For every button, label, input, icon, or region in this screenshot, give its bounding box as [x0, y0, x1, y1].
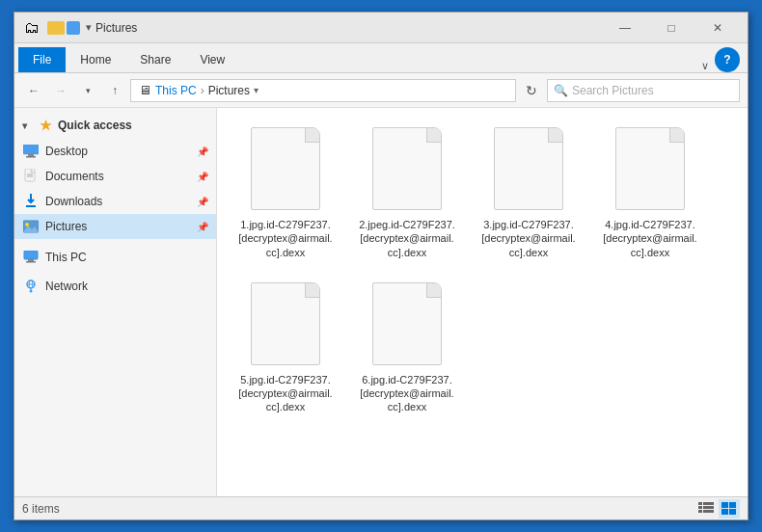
- sidebar-section-this-pc: This PC: [14, 245, 216, 270]
- quick-access-label: Quick access: [58, 119, 132, 132]
- undo-button[interactable]: [67, 21, 80, 35]
- file-page: [372, 282, 442, 365]
- documents-icon: [22, 168, 40, 185]
- file-page: [251, 127, 320, 210]
- window-controls: — □ ✕: [603, 13, 740, 43]
- close-button[interactable]: ✕: [695, 13, 740, 43]
- search-icon: 🔍: [554, 84, 568, 97]
- this-pc-icon: [22, 249, 40, 266]
- minimize-button[interactable]: —: [603, 13, 647, 43]
- svg-rect-25: [729, 502, 736, 508]
- file-name: 5.jpg.id-C279F237.[decryptex@airmail.cc]…: [236, 373, 335, 414]
- address-path[interactable]: 🖥 This PC › Pictures ▾: [130, 79, 516, 102]
- item-count: 6 items: [22, 502, 60, 516]
- svg-rect-27: [729, 509, 736, 515]
- desktop-icon: [22, 143, 40, 160]
- network-icon: [22, 278, 40, 295]
- file-name: 3.jpg.id-C279F237.[decryptex@airmail.cc]…: [479, 218, 578, 259]
- file-icon: [247, 282, 324, 369]
- path-this-pc: This PC: [155, 84, 197, 97]
- file-page: [615, 127, 685, 210]
- collapse-arrow-icon: ▾: [22, 120, 36, 131]
- file-item-file6[interactable]: 6.jpg.id-C279F237.[decryptex@airmail.cc]…: [354, 279, 460, 418]
- pin-icon-dl: 📌: [197, 197, 208, 207]
- file-item-file5[interactable]: 5.jpg.id-C279F237.[decryptex@airmail.cc]…: [232, 279, 339, 418]
- refresh-button[interactable]: ↻: [520, 79, 543, 102]
- forward-button[interactable]: →: [49, 79, 72, 102]
- sidebar-item-network[interactable]: Network: [14, 274, 216, 299]
- pin-icon-docs: 📌: [197, 172, 208, 182]
- svg-rect-19: [703, 502, 714, 505]
- tab-share[interactable]: Share: [125, 47, 185, 72]
- dropdown-arrow-icon[interactable]: ▾: [86, 21, 92, 34]
- svg-rect-21: [703, 506, 714, 509]
- file-grid: 1.jpg.id-C279F237.[decryptex@airmail.cc]…: [232, 123, 732, 418]
- file-icon: [368, 127, 446, 214]
- svg-rect-24: [721, 502, 728, 508]
- sidebar: ▾ ★ Quick access Desktop 📌: [14, 108, 217, 496]
- sidebar-item-desktop[interactable]: Desktop 📌: [14, 139, 216, 164]
- maximize-button[interactable]: □: [649, 13, 694, 43]
- ribbon-expand-button[interactable]: ∨: [695, 60, 715, 72]
- sidebar-section-quick-access: ▾ ★ Quick access Desktop 📌: [14, 112, 216, 239]
- dropdown-nav-button[interactable]: ▾: [76, 79, 99, 102]
- sidebar-item-documents[interactable]: Documents 📌: [14, 164, 216, 189]
- list-view-button[interactable]: [695, 499, 717, 519]
- file-area: 1.jpg.id-C279F237.[decryptex@airmail.cc]…: [217, 108, 748, 496]
- sidebar-pictures-label: Pictures: [45, 220, 197, 233]
- svg-rect-1: [28, 154, 34, 156]
- quick-access-toolbar: ▾: [47, 21, 92, 35]
- title-bar: 🗂 ▾ Pictures — □ ✕: [14, 13, 748, 43]
- ribbon: File Home Share View ∨ ?: [14, 43, 748, 73]
- file-name: 6.jpg.id-C279F237.[decryptex@airmail.cc]…: [358, 373, 456, 414]
- pin-icon: 📌: [197, 146, 208, 157]
- address-bar: ← → ▾ ↑ 🖥 This PC › Pictures ▾ ↻ 🔍 Searc…: [14, 73, 748, 108]
- window-icon: 🗂: [22, 18, 41, 38]
- file-item-file3[interactable]: 3.jpg.id-C279F237.[decryptex@airmail.cc]…: [476, 123, 582, 263]
- downloads-icon: [22, 193, 40, 210]
- file-page: [372, 127, 442, 210]
- ribbon-tabs: File Home Share View ∨ ?: [14, 43, 748, 72]
- tab-file[interactable]: File: [18, 47, 66, 72]
- sidebar-section-network: Network: [14, 274, 216, 299]
- svg-rect-26: [721, 509, 728, 515]
- file-page: [251, 282, 320, 365]
- svg-rect-11: [28, 259, 34, 261]
- file-icon: [490, 127, 567, 214]
- sidebar-desktop-label: Desktop: [45, 145, 197, 158]
- sidebar-downloads-label: Downloads: [45, 195, 197, 208]
- back-button[interactable]: ←: [22, 79, 45, 102]
- view-toggle: [695, 499, 740, 519]
- path-expand-icon: ▾: [254, 85, 259, 95]
- file-item-file1[interactable]: 1.jpg.id-C279F237.[decryptex@airmail.cc]…: [232, 123, 339, 263]
- path-icon: 🖥: [139, 83, 151, 97]
- save-button[interactable]: [47, 21, 65, 35]
- file-item-file4[interactable]: 4.jpg.id-C279F237.[decryptex@airmail.cc]…: [597, 123, 703, 263]
- file-name: 1.jpg.id-C279F237.[decryptex@airmail.cc]…: [236, 218, 335, 259]
- sidebar-this-pc-label: This PC: [45, 251, 208, 264]
- path-separator-1: ›: [201, 84, 204, 97]
- search-bar[interactable]: 🔍 Search Pictures: [547, 79, 740, 102]
- sidebar-quick-access-header[interactable]: ▾ ★ Quick access: [14, 112, 216, 139]
- svg-rect-2: [26, 156, 36, 158]
- file-name: 2.jpeg.id-C279F237.[decryptex@airmail.cc…: [358, 218, 456, 259]
- window-title: Pictures: [95, 21, 603, 35]
- help-button[interactable]: ?: [715, 47, 740, 72]
- sidebar-item-pictures[interactable]: Pictures 📌: [14, 214, 216, 239]
- svg-point-9: [25, 223, 29, 226]
- tab-view[interactable]: View: [185, 47, 239, 72]
- file-icon: [612, 127, 689, 214]
- tab-home[interactable]: Home: [66, 47, 125, 72]
- up-button[interactable]: ↑: [103, 79, 126, 102]
- svg-rect-22: [698, 510, 702, 513]
- file-item-file2[interactable]: 2.jpeg.id-C279F237.[decryptex@airmail.cc…: [354, 123, 460, 263]
- svg-rect-12: [26, 261, 36, 263]
- search-placeholder: Search Pictures: [572, 84, 654, 97]
- sidebar-documents-label: Documents: [45, 170, 197, 183]
- file-icon: [247, 127, 324, 214]
- pictures-icon: [22, 218, 40, 235]
- grid-view-button[interactable]: [719, 499, 740, 519]
- svg-rect-23: [703, 510, 714, 513]
- sidebar-item-downloads[interactable]: Downloads 📌: [14, 189, 216, 214]
- sidebar-item-this-pc[interactable]: This PC: [14, 245, 216, 270]
